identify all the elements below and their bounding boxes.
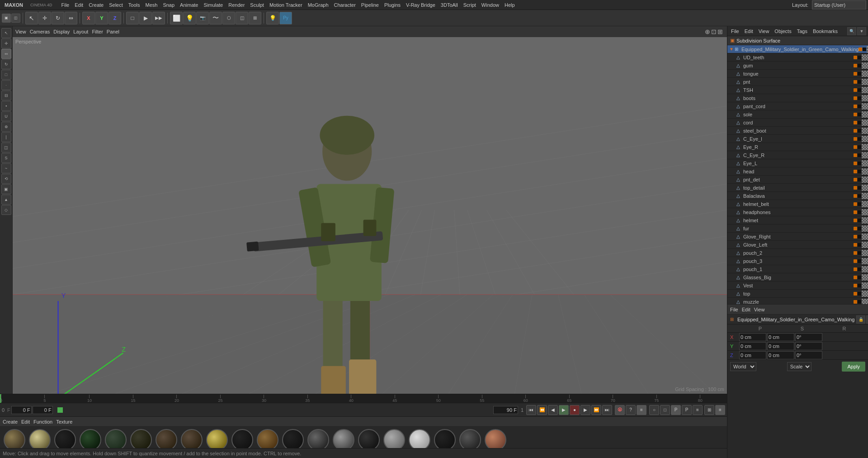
menu-pipeline[interactable]: Pipeline [359, 2, 382, 8]
menu-plugins[interactable]: Plugins [382, 2, 403, 8]
coord-z-pos[interactable] [739, 351, 766, 359]
transport-mode-3[interactable]: P [671, 405, 681, 415]
toolbar-mode2-btn[interactable]: ◫ [11, 14, 20, 23]
viewport-icon-1[interactable]: ⊕ [705, 28, 710, 35]
menu-motion-tracker[interactable]: Motion Tracker [267, 2, 305, 8]
menu-3dtoall[interactable]: 3DToAll [438, 2, 461, 8]
tool-scale[interactable]: ⇔ [1, 49, 11, 59]
tree-item-top[interactable]: △ top [727, 290, 868, 298]
menu-snap[interactable]: Snap [160, 2, 177, 8]
menu-window[interactable]: Window [479, 2, 502, 8]
tree-item-sole[interactable]: △ sole [727, 110, 868, 119]
transport-go-start[interactable]: ⏮ [526, 405, 536, 415]
world-select[interactable]: World Object [730, 362, 756, 371]
obj-mgr-tags[interactable]: Tags [795, 29, 809, 34]
viewport-filter-menu[interactable]: Filter [92, 29, 103, 34]
tree-item-pouch-2[interactable]: △ pouch_2 [727, 249, 868, 257]
coord-y-size[interactable] [767, 342, 794, 350]
tool-fill[interactable]: ▣ [1, 184, 11, 194]
tool-rotate[interactable]: ↻ [1, 59, 11, 69]
tool-paint[interactable]: S [1, 153, 11, 163]
menu-script[interactable]: Script [461, 2, 479, 8]
viewport-view-menu[interactable]: View [15, 29, 26, 34]
obj-mgr-objects[interactable]: Objects [773, 29, 793, 34]
tree-item-cord[interactable]: △ cord [727, 119, 868, 127]
transport-grid-btn[interactable]: ⊞ [704, 405, 714, 415]
obj-mgr-bookmarks[interactable]: Bookmarks [811, 29, 840, 34]
toolbar-select-btn[interactable]: ↖ [25, 12, 38, 24]
attr-edit[interactable]: Edit [742, 307, 750, 312]
menu-render[interactable]: Render [226, 2, 247, 8]
tree-root[interactable]: ▼ ⊞ Equipped_Military_Soldier_in_Green_C… [727, 45, 868, 53]
tree-item-glove-left[interactable]: △ Glove_Left [727, 241, 868, 249]
viewport-icon-2[interactable]: ⊡ [711, 28, 717, 35]
tool-points[interactable]: · [1, 80, 11, 90]
tree-item-head[interactable]: △ head [727, 167, 868, 176]
tree-item-balaclava[interactable]: △ Balaclava [727, 192, 868, 200]
tool-uvw[interactable]: U [1, 111, 11, 121]
obj-filter-icon[interactable]: ▼ [857, 27, 866, 35]
transport-mode-1[interactable]: ○ [649, 405, 659, 415]
tree-item-top-detail[interactable]: △ top_detail [727, 184, 868, 192]
menu-tools[interactable]: Tools [126, 2, 143, 8]
transport-go-end[interactable]: ⏭ [602, 405, 612, 415]
attr-view[interactable]: View [754, 307, 765, 312]
tool-sculpt2[interactable]: ~ [1, 163, 11, 173]
tree-item-boots[interactable]: △ boots [727, 94, 868, 102]
menu-select[interactable]: Select [106, 2, 126, 8]
toolbar-y-btn[interactable]: Y [95, 12, 108, 24]
coord-z-rot[interactable] [795, 351, 822, 359]
coord-z-size[interactable] [767, 351, 794, 359]
toolbar-sds-btn[interactable]: ◫ [236, 12, 248, 24]
toolbar-x-btn[interactable]: X [82, 12, 95, 24]
toolbar-mograph-btn[interactable]: ⊞ [249, 12, 261, 24]
tree-item-helmet[interactable]: △ helmet [727, 216, 868, 224]
scale-select[interactable]: Scale [787, 362, 811, 371]
tool-measure[interactable]: | [1, 132, 11, 142]
transport-settings[interactable]: ≡ [637, 405, 646, 415]
tool-move[interactable]: ✛ [1, 38, 11, 48]
tree-item-headphones[interactable]: △ headphones [727, 208, 868, 216]
tree-item-pnt-det[interactable]: △ pnt_det [727, 176, 868, 184]
tool-extrude[interactable]: ▲ [1, 195, 11, 205]
toolbar-render2-btn[interactable]: ▶▶ [152, 12, 165, 24]
tree-item-pant-cord[interactable]: △ pant_cord [727, 102, 868, 110]
attr-file[interactable]: File [730, 307, 738, 312]
mat-texture[interactable]: Texture [56, 419, 72, 425]
menu-mograph[interactable]: MoGraph [305, 2, 331, 8]
transport-next-frame[interactable]: ▶ [580, 405, 590, 415]
obj-mgr-view[interactable]: View [757, 29, 771, 34]
toolbar-z-btn[interactable]: Z [108, 12, 121, 24]
menu-animate[interactable]: Animate [177, 2, 201, 8]
toolbar-spline-btn[interactable]: 〜 [209, 12, 222, 24]
tool-bevel[interactable]: ◇ [1, 205, 11, 215]
tree-item-pouch-3[interactable]: △ pouch_3 [727, 257, 868, 265]
tree-item-helmet-belt[interactable]: △ helmet_belt [727, 200, 868, 208]
menu-help[interactable]: Help [502, 2, 518, 8]
viewport-icon-3[interactable]: ⊞ [717, 28, 723, 35]
tree-item-steel-boot[interactable]: △ steel_boot [727, 127, 868, 135]
tree-item-pouch-1[interactable]: △ pouch_1 [727, 265, 868, 273]
tree-item-tsh[interactable]: △ TSH [727, 86, 868, 94]
tree-item-pnt[interactable]: △ pnt [727, 78, 868, 86]
toolbar-scale-btn[interactable]: ⇔ [65, 12, 77, 24]
tool-polys[interactable]: ▪ [1, 101, 11, 111]
viewport-layout-menu[interactable]: Layout [73, 29, 88, 34]
tree-item-eye-r[interactable]: △ Eye_R [727, 143, 868, 151]
toolbar-obj-btn[interactable]: □ [126, 12, 139, 24]
transport-next-key[interactable]: ⏩ [591, 405, 601, 415]
toolbar-mode-btn[interactable]: ▣ [2, 14, 11, 23]
toolbar-render-btn[interactable]: ▶ [139, 12, 152, 24]
tree-item-glasses-big[interactable]: △ Glasses_Big [727, 273, 868, 281]
attr-lock-icon[interactable]: 🔒 [856, 315, 865, 324]
transport-play[interactable]: ▶ [559, 405, 569, 415]
obj-mgr-edit[interactable]: Edit [743, 29, 755, 34]
menu-create[interactable]: Create [86, 2, 106, 8]
tool-select[interactable]: ↖ [1, 28, 11, 38]
menu-edit[interactable]: Edit [72, 2, 86, 8]
transport-auto-key[interactable]: ⦿ [615, 405, 625, 415]
time-input-start[interactable] [11, 406, 32, 414]
tree-item-vest[interactable]: △ Vest [727, 281, 868, 290]
tree-item-tongue[interactable]: △ tongue [727, 70, 868, 78]
menu-character[interactable]: Character [331, 2, 359, 8]
